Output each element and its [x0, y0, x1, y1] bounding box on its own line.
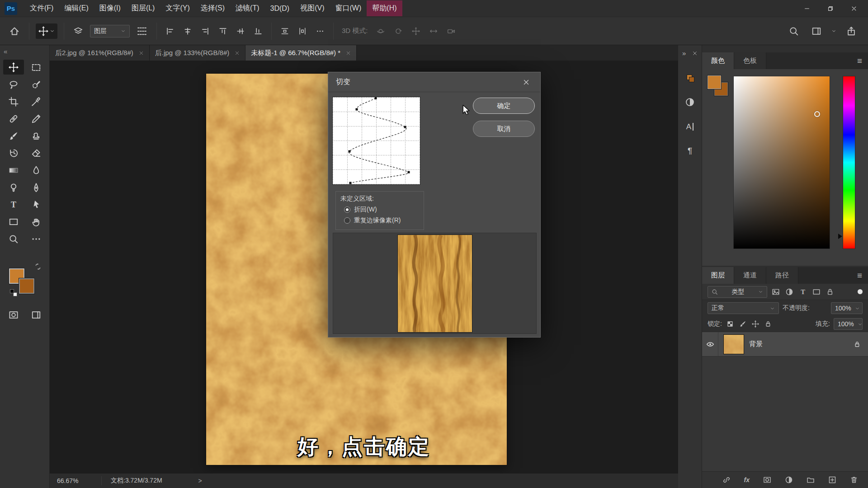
align-right-button[interactable] — [198, 24, 212, 38]
share-button[interactable] — [844, 23, 859, 39]
default-colors-icon[interactable] — [10, 289, 17, 296]
quick-mask-button[interactable] — [3, 307, 24, 322]
tab-color[interactable]: 颜色 — [702, 52, 734, 69]
pen-tool[interactable] — [26, 180, 47, 195]
brush-tool[interactable] — [3, 128, 24, 143]
saturation-brightness-field[interactable] — [733, 76, 830, 249]
close-tab-icon[interactable] — [346, 51, 351, 56]
zoom-level-field[interactable]: 66.67% — [57, 477, 92, 484]
panel-menu-icon[interactable]: ≡ — [851, 52, 868, 69]
color-picker-marker[interactable] — [814, 111, 820, 117]
menu-help[interactable]: 帮助(H) — [367, 0, 402, 16]
auto-select-toggle[interactable] — [71, 23, 86, 39]
distribute-h-button[interactable] — [278, 24, 292, 38]
foreground-color[interactable] — [708, 75, 721, 89]
layer-visibility-toggle[interactable] — [702, 332, 718, 356]
hue-slider[interactable] — [843, 76, 855, 249]
radio-wrap-around[interactable]: 折回(W) — [344, 206, 419, 214]
app-logo[interactable]: Ps — [5, 2, 17, 15]
close-panel-icon[interactable] — [692, 51, 698, 56]
3d-pan-button[interactable] — [409, 24, 423, 38]
layer-filter-type-dropdown[interactable]: 类型 — [708, 286, 767, 298]
lasso-tool[interactable] — [3, 77, 24, 92]
auto-select-target-dropdown[interactable]: 图层 — [90, 25, 130, 38]
history-brush-tool[interactable] — [3, 145, 24, 160]
show-transform-controls-toggle[interactable] — [134, 23, 150, 39]
workspace-switcher-button[interactable] — [809, 23, 824, 39]
tab-swatches[interactable]: 色板 — [734, 52, 766, 69]
fill-dropdown[interactable]: 100% — [834, 318, 863, 330]
cancel-button[interactable]: 取消 — [473, 121, 535, 137]
shear-curve-handles[interactable] — [349, 97, 410, 184]
dialog-title-bar[interactable]: 切变 — [328, 72, 540, 92]
lock-position-button[interactable] — [751, 319, 760, 328]
tool-preset-move[interactable] — [36, 23, 57, 39]
close-tab-icon[interactable] — [235, 51, 240, 56]
character-panel-icon[interactable]: A — [680, 117, 700, 136]
chevron-down-icon[interactable] — [831, 28, 836, 33]
lock-transparency-button[interactable] — [726, 319, 735, 328]
lock-pixels-button[interactable] — [738, 319, 747, 328]
quick-selection-tool[interactable] — [26, 77, 47, 92]
eraser-tool[interactable] — [26, 145, 47, 160]
filter-type-layers-button[interactable] — [798, 287, 808, 297]
rectangular-marquee-tool[interactable] — [26, 60, 47, 75]
tab-doc-2[interactable]: 后.jpg @ 133%(RGB/8#) — [150, 45, 245, 61]
clone-stamp-tool[interactable] — [26, 128, 47, 143]
zoom-tool[interactable] — [3, 231, 24, 246]
menu-filter[interactable]: 滤镜(T) — [230, 0, 264, 16]
search-button[interactable] — [786, 23, 802, 39]
3d-orbit-button[interactable] — [374, 24, 387, 38]
crop-tool[interactable] — [3, 94, 24, 109]
more-align-options-button[interactable] — [313, 24, 327, 38]
new-layer-button[interactable] — [827, 475, 837, 485]
layer-filter-toggle[interactable] — [858, 289, 863, 294]
menu-3d[interactable]: 3D(D) — [265, 1, 295, 16]
collapse-toolbar-button[interactable]: « — [0, 45, 49, 56]
ok-button[interactable]: 确定 — [473, 98, 535, 114]
more-tools-button[interactable] — [26, 231, 47, 246]
type-tool[interactable] — [3, 197, 24, 212]
restore-button[interactable] — [821, 2, 840, 15]
menu-view[interactable]: 视图(V) — [295, 0, 330, 16]
align-top-button[interactable] — [216, 24, 230, 38]
tab-doc-1[interactable]: 后2.jpg @ 161%(RGB/8#) — [50, 45, 150, 61]
hand-tool[interactable] — [26, 214, 47, 229]
expand-panels-button[interactable]: » — [682, 49, 686, 57]
pencil-tool[interactable] — [26, 111, 47, 126]
align-bottom-button[interactable] — [251, 24, 265, 38]
blend-mode-dropdown[interactable]: 正常 — [708, 302, 779, 314]
menu-file[interactable]: 文件(F) — [24, 0, 59, 16]
delete-layer-button[interactable] — [849, 475, 859, 485]
close-tab-icon[interactable] — [139, 51, 144, 56]
status-expand-button[interactable]: > — [198, 477, 202, 484]
paragraph-panel-icon[interactable]: ¶ — [680, 142, 700, 160]
layer-style-button[interactable]: fx — [743, 475, 750, 484]
filter-shape-layers-button[interactable] — [811, 287, 821, 297]
gradient-tool[interactable] — [3, 163, 24, 178]
swap-colors-icon[interactable] — [34, 263, 42, 270]
menu-edit[interactable]: 编辑(E) — [59, 0, 94, 16]
align-v-center-button[interactable] — [234, 24, 247, 38]
dodge-tool[interactable] — [3, 180, 24, 195]
align-h-center-button[interactable] — [181, 24, 194, 38]
adjustments-panel-icon[interactable] — [680, 93, 700, 111]
tab-channels[interactable]: 通道 — [734, 267, 766, 284]
path-selection-tool[interactable] — [26, 197, 47, 212]
layer-name[interactable]: 背景 — [749, 340, 763, 348]
3d-camera-button[interactable] — [444, 24, 458, 38]
add-adjustment-layer-button[interactable] — [784, 475, 794, 485]
link-layers-button[interactable] — [722, 475, 731, 485]
menu-type[interactable]: 文字(Y) — [160, 0, 195, 16]
add-layer-mask-button[interactable] — [762, 475, 772, 485]
tab-layers[interactable]: 图层 — [702, 267, 734, 284]
dialog-close-button[interactable] — [520, 78, 533, 86]
filter-pixel-layers-button[interactable] — [771, 287, 781, 297]
home-button[interactable] — [6, 23, 23, 39]
layer-thumbnail[interactable] — [724, 335, 744, 354]
menu-layer[interactable]: 图层(L) — [126, 0, 160, 16]
new-group-button[interactable] — [806, 475, 816, 485]
filter-adjustment-layers-button[interactable] — [784, 287, 794, 297]
menu-select[interactable]: 选择(S) — [195, 0, 230, 16]
hue-slider-marker[interactable] — [838, 234, 845, 239]
